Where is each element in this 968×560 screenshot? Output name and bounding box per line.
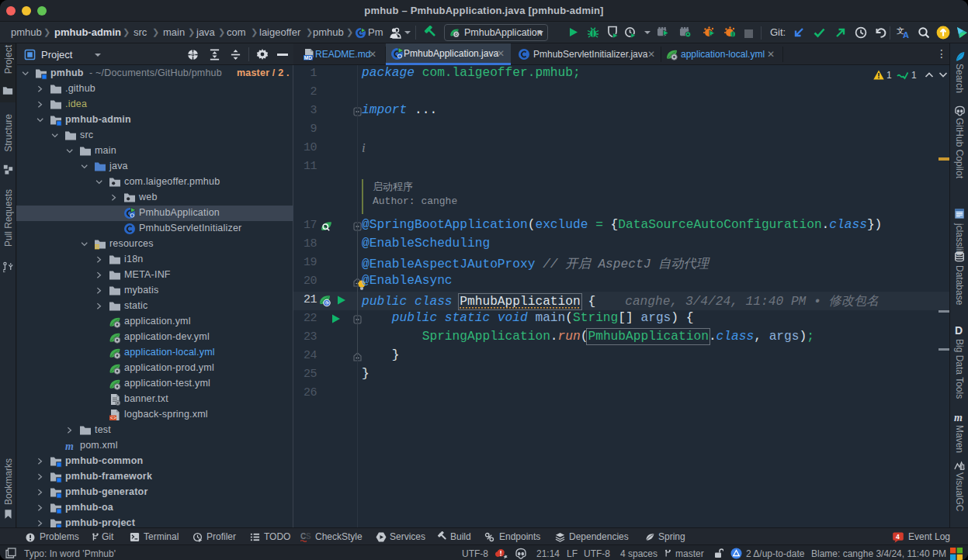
svg-text:A: A: [903, 30, 909, 39]
svg-text:S: S: [306, 532, 311, 541]
svg-text:4: 4: [896, 533, 900, 541]
